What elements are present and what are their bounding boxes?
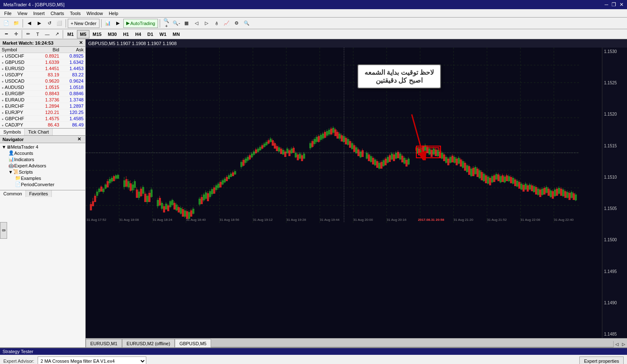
period-h4[interactable]: H4: [132, 30, 144, 38]
svg-rect-156: [245, 159, 247, 163]
period-m5[interactable]: M5: [77, 30, 89, 38]
svg-rect-160: [249, 155, 251, 159]
market-watch-row[interactable]: ● EURGBP 0.8843 0.8846: [0, 91, 85, 97]
period-text-btn[interactable]: T: [33, 30, 42, 39]
period-h1[interactable]: H1: [120, 30, 132, 38]
svg-rect-124: [207, 193, 209, 201]
svg-rect-220: [316, 137, 318, 142]
chart-scroll-right[interactable]: ▷: [620, 341, 627, 347]
menu-view[interactable]: View: [15, 10, 30, 17]
candlestick-btn[interactable]: 🕯: [212, 19, 221, 28]
ea-selector[interactable]: 2 MA Crosses Mega filter EA V1.ex4: [38, 356, 146, 364]
line-chart-btn[interactable]: 📈: [222, 19, 231, 28]
new-order-btn[interactable]: + New Order: [68, 19, 99, 28]
svg-rect-136: [219, 182, 222, 187]
period-w1[interactable]: W1: [157, 30, 170, 38]
period-m30[interactable]: M30: [105, 30, 120, 38]
market-watch-row[interactable]: ● USDJPY 83.19 83.22: [0, 72, 85, 78]
market-watch-close[interactable]: ✕: [79, 40, 83, 46]
scroll-right-btn[interactable]: ▷: [202, 19, 211, 28]
period-d1[interactable]: D1: [145, 30, 156, 38]
market-watch-row[interactable]: ● GBPCHF 1.4575 1.4585: [0, 116, 85, 122]
period-line-btn[interactable]: ━: [2, 30, 11, 39]
nav-examples-icon: 📁: [15, 175, 21, 181]
autotrading-icon-btn[interactable]: ▶: [113, 19, 122, 28]
chart-tab-gbpusd-m5[interactable]: GBPUSD,M5: [175, 339, 211, 347]
market-watch-row[interactable]: ● USDCHF 0.8921 0.8925: [0, 53, 85, 59]
chart-bar-btn[interactable]: 📊: [103, 19, 112, 28]
market-watch-row[interactable]: ● USDCAD 0.9620 0.9624: [0, 78, 85, 84]
tab-favorites[interactable]: Favorites: [26, 190, 52, 197]
refresh-btn[interactable]: ↺: [45, 19, 54, 28]
chart-canvas[interactable]: 1.1530 1.1525 1.1520 1.1515 1.1510 1.150…: [86, 48, 627, 338]
svg-rect-329: [437, 150, 439, 156]
forward-btn[interactable]: ▶: [35, 19, 44, 28]
chart-area[interactable]: GBPUSD,M5 1.1907 1.1908 1.1907 1.1908 1.…: [86, 39, 627, 347]
svg-text:31 Aug 22:08: 31 Aug 22:08: [520, 218, 540, 222]
chart-tab-eurusd-m1[interactable]: EURUSD,M1: [86, 339, 122, 347]
minimize-btn[interactable]: ─: [604, 2, 608, 8]
chart-scroll-left[interactable]: ◁: [613, 341, 620, 347]
mw-ask: 1.6342: [61, 59, 85, 66]
svg-rect-146: [230, 174, 232, 177]
svg-rect-216: [311, 141, 314, 147]
period-m1[interactable]: M1: [64, 30, 76, 38]
nav-item-indicators[interactable]: 📊 Indicators: [8, 156, 84, 162]
chart-btn[interactable]: ▦: [182, 19, 191, 28]
period-pencil-btn[interactable]: ✏: [23, 30, 33, 39]
chart-tab-eurusd-m2[interactable]: EURUSD,M2 (offline): [122, 339, 175, 347]
svg-rect-441: [554, 190, 556, 196]
nav-item-scripts[interactable]: ▼ 📜 Scripts: [8, 169, 84, 175]
nav-item-metatrader4[interactable]: ▼ 🖥 MetaTrader 4: [1, 144, 84, 150]
market-watch-row[interactable]: ● EURUSD 1.4451 1.4453: [0, 66, 85, 72]
svg-rect-371: [481, 172, 483, 180]
new-order-icon: +: [71, 21, 73, 26]
period-m15[interactable]: M15: [90, 30, 104, 38]
zoom-in-btn[interactable]: 🔍+: [162, 19, 171, 28]
svg-rect-331: [439, 152, 441, 158]
period-crosshair-btn[interactable]: ✛: [11, 30, 20, 39]
market-watch-row[interactable]: ● EURCHF 1.2894 1.2897: [0, 103, 85, 109]
market-watch-row[interactable]: ● EURJPY 120.21 120.25: [0, 109, 85, 116]
close-btn[interactable]: ✕: [619, 2, 624, 8]
chart-tabs: EURUSD,M1 EURUSD,M2 (offline) GBPUSD,M5 …: [86, 338, 627, 347]
svg-rect-210: [301, 155, 303, 161]
nav-item-expert-advisors[interactable]: 🤖 Expert Advisors: [8, 162, 84, 169]
open-btn[interactable]: 📁: [12, 19, 21, 28]
market-watch-row[interactable]: ● CADJPY 86.43 86.49: [0, 122, 85, 128]
tab-common[interactable]: Common: [0, 190, 26, 197]
period-hline-btn[interactable]: —: [43, 30, 52, 39]
stop-btn[interactable]: ⬜: [55, 19, 64, 28]
navigator-close-btn[interactable]: ✕: [76, 136, 83, 142]
nav-item-examples[interactable]: 📁 Examples: [14, 175, 84, 181]
tab-symbols[interactable]: Symbols: [0, 129, 25, 135]
svg-rect-40: [107, 181, 109, 187]
menu-insert[interactable]: Insert: [31, 10, 47, 17]
market-watch-row[interactable]: ● GBPUSD 1.6339 1.6342: [0, 59, 85, 66]
svg-rect-413: [525, 184, 527, 190]
svg-rect-184: [274, 143, 276, 149]
tab-tick-chart[interactable]: Tick Chart: [25, 129, 53, 135]
scroll-left-btn[interactable]: ◁: [192, 19, 201, 28]
menu-help[interactable]: Help: [106, 10, 121, 17]
menu-tools[interactable]: Tools: [67, 10, 83, 17]
nav-item-period-converter[interactable]: 📄 PeriodConverter: [14, 181, 84, 187]
market-watch-row[interactable]: ● EURAUD 1.3736 1.3748: [0, 97, 85, 103]
search-icon-btn[interactable]: 🔍: [242, 19, 251, 28]
menu-window[interactable]: Window: [84, 10, 105, 17]
settings-btn[interactable]: ⚙: [232, 19, 241, 28]
menu-file[interactable]: File: [2, 10, 14, 17]
restore-btn[interactable]: ❐: [612, 2, 616, 8]
new-btn[interactable]: 📄: [2, 19, 11, 28]
period-mn[interactable]: MN: [170, 30, 183, 38]
menu-charts[interactable]: Charts: [48, 10, 66, 17]
svg-rect-30: [96, 192, 98, 196]
back-btn[interactable]: ◀: [25, 19, 34, 28]
autotrading-btn[interactable]: ▶ AutoTrading: [123, 19, 158, 28]
expert-properties-btn[interactable]: Expert properties: [579, 356, 624, 364]
market-watch-row[interactable]: ● AUDUSD 1.0515 1.0518: [0, 84, 85, 91]
period-arrow-btn[interactable]: ↗: [52, 30, 61, 39]
side-tab[interactable]: 8: [0, 222, 7, 239]
nav-item-accounts[interactable]: 👤 Accounts: [8, 150, 84, 156]
zoom-out-btn[interactable]: 🔍-: [172, 19, 181, 28]
